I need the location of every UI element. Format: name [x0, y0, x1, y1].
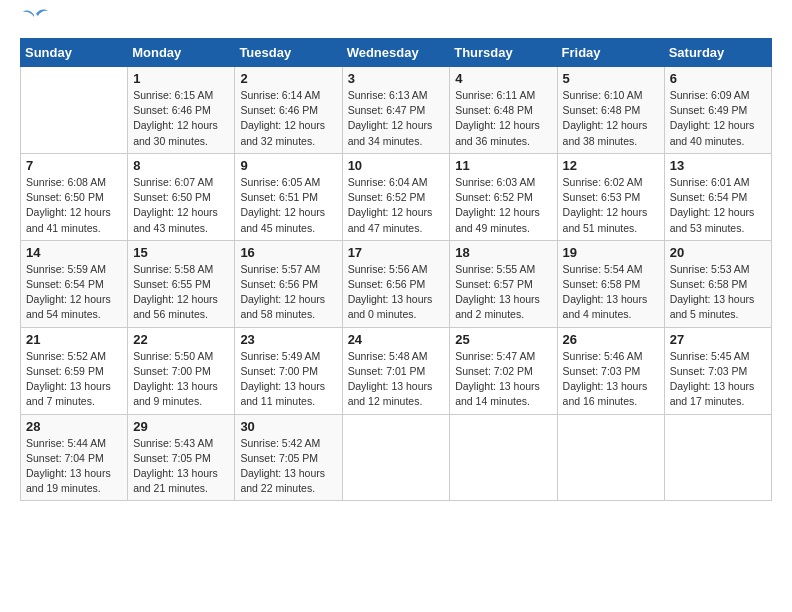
calendar-cell: 20Sunrise: 5:53 AMSunset: 6:58 PMDayligh… — [664, 240, 771, 327]
day-number: 8 — [133, 158, 229, 173]
day-of-week-header: Thursday — [450, 39, 557, 67]
day-info: Sunrise: 6:08 AMSunset: 6:50 PMDaylight:… — [26, 175, 122, 236]
day-info: Sunrise: 6:15 AMSunset: 6:46 PMDaylight:… — [133, 88, 229, 149]
day-info: Sunrise: 6:01 AMSunset: 6:54 PMDaylight:… — [670, 175, 766, 236]
calendar-cell: 30Sunrise: 5:42 AMSunset: 7:05 PMDayligh… — [235, 414, 342, 501]
day-info: Sunrise: 6:11 AMSunset: 6:48 PMDaylight:… — [455, 88, 551, 149]
calendar-cell: 18Sunrise: 5:55 AMSunset: 6:57 PMDayligh… — [450, 240, 557, 327]
day-number: 5 — [563, 71, 659, 86]
day-info: Sunrise: 6:03 AMSunset: 6:52 PMDaylight:… — [455, 175, 551, 236]
calendar-cell: 25Sunrise: 5:47 AMSunset: 7:02 PMDayligh… — [450, 327, 557, 414]
calendar-cell: 9Sunrise: 6:05 AMSunset: 6:51 PMDaylight… — [235, 153, 342, 240]
calendar-cell: 16Sunrise: 5:57 AMSunset: 6:56 PMDayligh… — [235, 240, 342, 327]
day-number: 11 — [455, 158, 551, 173]
day-number: 2 — [240, 71, 336, 86]
calendar-cell: 7Sunrise: 6:08 AMSunset: 6:50 PMDaylight… — [21, 153, 128, 240]
calendar-cell: 15Sunrise: 5:58 AMSunset: 6:55 PMDayligh… — [128, 240, 235, 327]
calendar-cell: 28Sunrise: 5:44 AMSunset: 7:04 PMDayligh… — [21, 414, 128, 501]
day-info: Sunrise: 5:42 AMSunset: 7:05 PMDaylight:… — [240, 436, 336, 497]
day-of-week-header: Monday — [128, 39, 235, 67]
calendar-cell: 13Sunrise: 6:01 AMSunset: 6:54 PMDayligh… — [664, 153, 771, 240]
calendar-cell: 22Sunrise: 5:50 AMSunset: 7:00 PMDayligh… — [128, 327, 235, 414]
calendar-cell: 12Sunrise: 6:02 AMSunset: 6:53 PMDayligh… — [557, 153, 664, 240]
day-info: Sunrise: 6:14 AMSunset: 6:46 PMDaylight:… — [240, 88, 336, 149]
day-info: Sunrise: 5:44 AMSunset: 7:04 PMDaylight:… — [26, 436, 122, 497]
day-info: Sunrise: 6:13 AMSunset: 6:47 PMDaylight:… — [348, 88, 445, 149]
day-info: Sunrise: 5:54 AMSunset: 6:58 PMDaylight:… — [563, 262, 659, 323]
calendar-cell: 17Sunrise: 5:56 AMSunset: 6:56 PMDayligh… — [342, 240, 450, 327]
calendar-cell — [21, 67, 128, 154]
calendar-cell — [664, 414, 771, 501]
day-info: Sunrise: 5:58 AMSunset: 6:55 PMDaylight:… — [133, 262, 229, 323]
day-info: Sunrise: 5:53 AMSunset: 6:58 PMDaylight:… — [670, 262, 766, 323]
calendar-cell: 5Sunrise: 6:10 AMSunset: 6:48 PMDaylight… — [557, 67, 664, 154]
day-info: Sunrise: 5:52 AMSunset: 6:59 PMDaylight:… — [26, 349, 122, 410]
calendar-week-row: 28Sunrise: 5:44 AMSunset: 7:04 PMDayligh… — [21, 414, 772, 501]
day-info: Sunrise: 6:02 AMSunset: 6:53 PMDaylight:… — [563, 175, 659, 236]
calendar-cell: 8Sunrise: 6:07 AMSunset: 6:50 PMDaylight… — [128, 153, 235, 240]
calendar-cell: 10Sunrise: 6:04 AMSunset: 6:52 PMDayligh… — [342, 153, 450, 240]
day-number: 17 — [348, 245, 445, 260]
day-number: 23 — [240, 332, 336, 347]
day-of-week-header: Friday — [557, 39, 664, 67]
page-header — [20, 20, 772, 28]
day-number: 30 — [240, 419, 336, 434]
day-info: Sunrise: 5:50 AMSunset: 7:00 PMDaylight:… — [133, 349, 229, 410]
calendar-header-row: SundayMondayTuesdayWednesdayThursdayFrid… — [21, 39, 772, 67]
day-number: 6 — [670, 71, 766, 86]
day-of-week-header: Saturday — [664, 39, 771, 67]
day-info: Sunrise: 5:57 AMSunset: 6:56 PMDaylight:… — [240, 262, 336, 323]
day-info: Sunrise: 5:45 AMSunset: 7:03 PMDaylight:… — [670, 349, 766, 410]
day-number: 21 — [26, 332, 122, 347]
day-number: 16 — [240, 245, 336, 260]
calendar-cell — [450, 414, 557, 501]
calendar-week-row: 14Sunrise: 5:59 AMSunset: 6:54 PMDayligh… — [21, 240, 772, 327]
day-info: Sunrise: 5:46 AMSunset: 7:03 PMDaylight:… — [563, 349, 659, 410]
day-number: 3 — [348, 71, 445, 86]
calendar-cell — [557, 414, 664, 501]
calendar-cell: 27Sunrise: 5:45 AMSunset: 7:03 PMDayligh… — [664, 327, 771, 414]
day-info: Sunrise: 6:10 AMSunset: 6:48 PMDaylight:… — [563, 88, 659, 149]
bird-icon — [22, 6, 50, 28]
day-number: 28 — [26, 419, 122, 434]
day-number: 13 — [670, 158, 766, 173]
calendar-cell — [342, 414, 450, 501]
day-of-week-header: Sunday — [21, 39, 128, 67]
day-number: 10 — [348, 158, 445, 173]
day-info: Sunrise: 6:09 AMSunset: 6:49 PMDaylight:… — [670, 88, 766, 149]
day-number: 19 — [563, 245, 659, 260]
day-info: Sunrise: 5:56 AMSunset: 6:56 PMDaylight:… — [348, 262, 445, 323]
day-number: 9 — [240, 158, 336, 173]
calendar-cell: 19Sunrise: 5:54 AMSunset: 6:58 PMDayligh… — [557, 240, 664, 327]
calendar-cell: 4Sunrise: 6:11 AMSunset: 6:48 PMDaylight… — [450, 67, 557, 154]
day-number: 20 — [670, 245, 766, 260]
day-info: Sunrise: 6:04 AMSunset: 6:52 PMDaylight:… — [348, 175, 445, 236]
day-info: Sunrise: 5:59 AMSunset: 6:54 PMDaylight:… — [26, 262, 122, 323]
day-number: 24 — [348, 332, 445, 347]
calendar-cell: 23Sunrise: 5:49 AMSunset: 7:00 PMDayligh… — [235, 327, 342, 414]
calendar-cell: 29Sunrise: 5:43 AMSunset: 7:05 PMDayligh… — [128, 414, 235, 501]
day-number: 27 — [670, 332, 766, 347]
day-number: 15 — [133, 245, 229, 260]
calendar-cell: 2Sunrise: 6:14 AMSunset: 6:46 PMDaylight… — [235, 67, 342, 154]
day-number: 25 — [455, 332, 551, 347]
day-info: Sunrise: 5:49 AMSunset: 7:00 PMDaylight:… — [240, 349, 336, 410]
day-info: Sunrise: 6:07 AMSunset: 6:50 PMDaylight:… — [133, 175, 229, 236]
calendar-cell: 1Sunrise: 6:15 AMSunset: 6:46 PMDaylight… — [128, 67, 235, 154]
calendar-cell: 11Sunrise: 6:03 AMSunset: 6:52 PMDayligh… — [450, 153, 557, 240]
day-number: 18 — [455, 245, 551, 260]
day-number: 4 — [455, 71, 551, 86]
calendar-cell: 6Sunrise: 6:09 AMSunset: 6:49 PMDaylight… — [664, 67, 771, 154]
day-of-week-header: Tuesday — [235, 39, 342, 67]
logo — [20, 20, 50, 28]
day-info: Sunrise: 5:55 AMSunset: 6:57 PMDaylight:… — [455, 262, 551, 323]
day-number: 26 — [563, 332, 659, 347]
calendar-cell: 3Sunrise: 6:13 AMSunset: 6:47 PMDaylight… — [342, 67, 450, 154]
calendar-table: SundayMondayTuesdayWednesdayThursdayFrid… — [20, 38, 772, 501]
calendar-cell: 24Sunrise: 5:48 AMSunset: 7:01 PMDayligh… — [342, 327, 450, 414]
day-info: Sunrise: 5:48 AMSunset: 7:01 PMDaylight:… — [348, 349, 445, 410]
day-number: 29 — [133, 419, 229, 434]
calendar-cell: 14Sunrise: 5:59 AMSunset: 6:54 PMDayligh… — [21, 240, 128, 327]
day-number: 12 — [563, 158, 659, 173]
day-number: 22 — [133, 332, 229, 347]
